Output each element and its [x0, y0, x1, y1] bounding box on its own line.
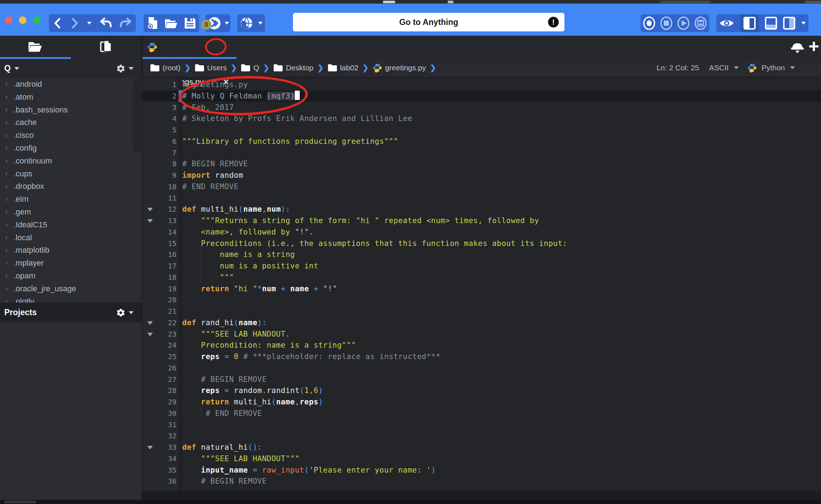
expand-chevron-icon[interactable]: ›: [5, 233, 11, 242]
sidebar-item-oracle_jre_usage[interactable]: ›.oracle_jre_usage: [0, 282, 132, 295]
sidebar-item-opam[interactable]: ›.opam: [0, 269, 132, 282]
pane-layout-caret-icon[interactable]: [801, 22, 806, 25]
gear-icon[interactable]: [116, 308, 125, 317]
line-number[interactable]: 3: [142, 102, 176, 113]
sidebar-item-matplotlib[interactable]: ›.matplotlib: [0, 244, 132, 257]
expand-chevron-icon[interactable]: ›: [5, 182, 11, 191]
line-number[interactable]: 26: [142, 362, 176, 374]
line-number[interactable]: 10: [142, 181, 176, 192]
breadcrumb-item[interactable]: (root): [150, 64, 180, 72]
expand-chevron-icon[interactable]: ›: [5, 169, 11, 178]
preview-caret-icon[interactable]: [258, 22, 263, 25]
places-settings-caret-icon[interactable]: [129, 67, 134, 70]
open-file-icon[interactable]: [165, 18, 178, 29]
redo-icon[interactable]: [120, 17, 132, 29]
code-line[interactable]: 8# BEGIN REMOVE: [142, 158, 821, 170]
search-alert-icon[interactable]: !: [548, 17, 559, 27]
sidebar-item-IdealC15[interactable]: ›.IdealC15: [0, 218, 132, 231]
sidebar-scrollbar-thumb[interactable]: [133, 79, 141, 152]
changes-caret-icon[interactable]: [225, 22, 229, 25]
line-number[interactable]: 8: [142, 158, 176, 170]
line-number[interactable]: 16: [142, 249, 176, 260]
line-number[interactable]: 32: [142, 430, 176, 442]
code-text[interactable]: reps = random.randint(1,6): [182, 385, 323, 396]
code-line[interactable]: 36 # BEGIN REMOVE: [142, 475, 821, 487]
open-files-tab-icon[interactable]: [100, 40, 112, 54]
breadcrumb-separator-icon[interactable]: ❯: [184, 64, 191, 72]
line-number[interactable]: 17: [142, 260, 176, 272]
code-text[interactable]: import random: [182, 170, 243, 181]
expand-chevron-icon[interactable]: ›: [5, 118, 11, 127]
pending-changes-icon[interactable]: 0: [207, 16, 222, 30]
line-number[interactable]: 21: [142, 306, 176, 317]
line-number[interactable]: 5: [142, 124, 176, 136]
sidebar-item-plotly[interactable]: ›.plotly: [0, 295, 132, 303]
expand-chevron-icon[interactable]: ›: [5, 258, 11, 268]
macro-stop-icon[interactable]: [660, 16, 673, 30]
line-number[interactable]: 22: [142, 317, 176, 328]
code-line[interactable]: 27 # BEGIN REMOVE: [142, 374, 821, 385]
code-text[interactable]: reps = 0 # ***placeholder: replace as in…: [182, 351, 441, 362]
sidebar-item-android[interactable]: ›.android: [0, 78, 132, 91]
expand-chevron-icon[interactable]: ›: [5, 271, 11, 281]
code-line[interactable]: 23 """SEE LAB HANDOUT.: [142, 328, 821, 340]
line-number[interactable]: 14: [142, 226, 176, 238]
expand-chevron-icon[interactable]: ›: [5, 131, 11, 140]
code-line[interactable]: 32: [142, 430, 821, 442]
line-number[interactable]: 13: [142, 215, 176, 226]
sidebar-item-config[interactable]: ›.config: [0, 142, 132, 155]
expand-chevron-icon[interactable]: ›: [5, 220, 11, 230]
browser-preview-globe-icon[interactable]: [240, 16, 253, 30]
code-line[interactable]: 7: [142, 147, 821, 158]
expand-chevron-icon[interactable]: ›: [5, 156, 11, 166]
language-caret-icon[interactable]: [790, 66, 795, 69]
line-number[interactable]: 31: [142, 419, 176, 430]
go-to-anything-search[interactable]: Go to Anything !: [293, 13, 564, 31]
gear-icon[interactable]: [116, 64, 125, 73]
line-number[interactable]: 9: [142, 170, 176, 181]
line-number[interactable]: 15: [142, 238, 176, 249]
expand-chevron-icon[interactable]: ›: [5, 207, 11, 217]
line-number[interactable]: 28: [142, 385, 176, 396]
line-number[interactable]: 25: [142, 351, 176, 362]
code-text[interactable]: # BEGIN REMOVE: [182, 374, 267, 385]
code-line[interactable]: 10# END REMOVE: [142, 181, 821, 192]
breadcrumb-separator-icon[interactable]: ❯: [362, 64, 369, 72]
sidebar-item-elm[interactable]: ›.elm: [0, 193, 132, 206]
expand-chevron-icon[interactable]: ›: [5, 92, 11, 102]
macro-record-icon[interactable]: [643, 16, 656, 30]
code-line[interactable]: 31: [142, 419, 821, 430]
new-file-icon[interactable]: [147, 17, 158, 30]
line-number[interactable]: 11: [142, 192, 176, 204]
line-number[interactable]: 7: [142, 147, 176, 158]
line-number[interactable]: 34: [142, 453, 176, 464]
line-number[interactable]: 19: [142, 283, 176, 294]
code-line[interactable]: 15 Preconditions (i.e., the assumptions …: [142, 238, 821, 249]
code-text[interactable]: # Skeleton by Profs Erik Andersen and Li…: [182, 113, 412, 124]
forward-icon[interactable]: [70, 18, 79, 29]
breadcrumb-item[interactable]: Desktop: [273, 64, 313, 72]
line-number[interactable]: 4: [142, 113, 176, 124]
code-line[interactable]: 13 """Returns a string of the form: "hi …: [142, 215, 821, 226]
code-line[interactable]: 12def multi_hi(name,num):: [142, 203, 821, 215]
line-number[interactable]: 1: [142, 79, 176, 90]
code-line[interactable]: 28 reps = random.randint(1,6): [142, 385, 821, 396]
expand-chevron-icon[interactable]: ›: [5, 246, 11, 255]
macro-save-icon[interactable]: [694, 16, 707, 30]
code-text[interactable]: num is a positive int: [182, 260, 318, 272]
expand-chevron-icon[interactable]: ›: [5, 297, 11, 303]
line-number[interactable]: 6: [142, 136, 176, 147]
expand-chevron-icon[interactable]: ›: [5, 105, 11, 115]
code-text[interactable]: <name>, followed by "!".: [182, 226, 314, 238]
line-number[interactable]: 23: [142, 328, 176, 340]
code-text[interactable]: # END REMOVE: [182, 408, 262, 419]
toggle-bottom-pane-button[interactable]: [765, 17, 777, 30]
sidebar-item-continuum[interactable]: ›.continuum: [0, 155, 132, 167]
sidebar-item-cups[interactable]: ›.cups: [0, 167, 132, 180]
code-text[interactable]: """SEE LAB HANDOUT""": [182, 453, 300, 464]
code-line[interactable]: 34 """SEE LAB HANDOUT""": [142, 453, 821, 464]
breadcrumb-separator-icon[interactable]: ❯: [317, 64, 324, 72]
line-number[interactable]: 12: [142, 203, 176, 215]
code-text[interactable]: # BEGIN REMOVE: [182, 158, 248, 170]
line-number[interactable]: 30: [142, 408, 176, 419]
